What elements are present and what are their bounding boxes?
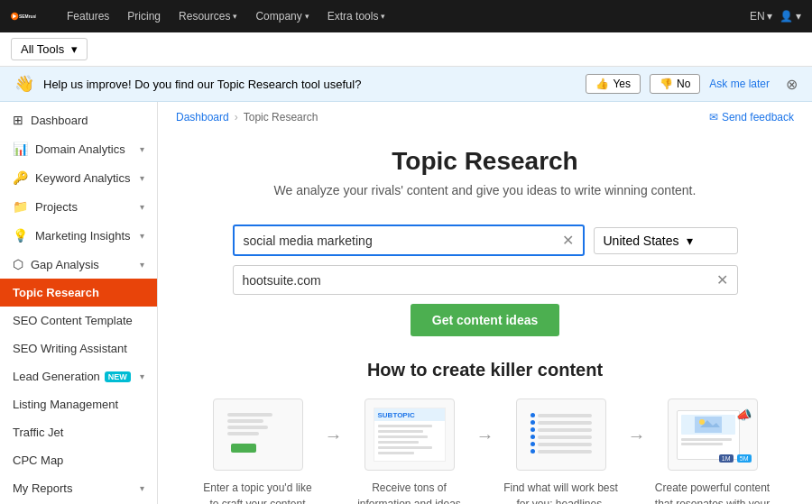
sidebar-item-seo-writing-assistant[interactable]: SEO Writing Assistant [0,334,157,362]
megaphone-icon: 📣 [736,408,752,422]
sidebar-item-my-reports[interactable]: My Reports ▾ [0,474,157,502]
content-area: Dashboard › Topic Research ✉ Send feedba… [158,102,812,504]
all-tools-dropdown[interactable]: All Tools ▾ [11,38,88,60]
keyword-analytics-icon: 🔑 [13,170,28,185]
how-to-section: How to create killer content [158,351,812,504]
ask-later-link[interactable]: Ask me later [709,78,770,90]
search-row: ✕ United States ▾ [233,225,738,256]
sidebar-item-listing-management[interactable]: Listing Management [0,390,157,418]
yes-button[interactable]: 👍 Yes [586,74,641,94]
domain-analytics-icon: 📊 [13,142,28,156]
sidebar-item-label: Projects [35,200,78,214]
chevron-down-icon: ▾ [140,231,144,241]
chevron-down-icon: ▾ [140,371,144,381]
dashboard-icon: ⊞ [13,113,23,127]
get-content-ideas-button[interactable]: Get content ideas [411,304,559,336]
send-feedback-link[interactable]: ✉ Send feedback [691,102,812,133]
new-badge: NEW [105,371,131,382]
main-layout: ⊞ Dashboard 📊 Domain Analytics ▾ 🔑 Keywo… [0,102,812,504]
sidebar-item-label: SEO Content Template [13,314,133,327]
domain-input[interactable] [243,273,716,288]
page-title: Topic Research [176,147,794,176]
close-notification-icon[interactable]: ⊗ [786,76,798,93]
sidebar-item-domain-analytics[interactable]: 📊 Domain Analytics ▾ [0,134,157,163]
sidebar-item-seo-content-template[interactable]: SEO Content Template [0,307,157,334]
step-3-image [516,399,606,471]
step-arrow-2: → [476,399,494,446]
sidebar-item-label: Dashboard [31,114,88,127]
chevron-down-icon: ▾ [140,202,144,212]
gap-analysis-icon: ⬡ [13,257,23,271]
chevron-down-icon: ▾ [140,260,144,270]
facebook-badge: 1M [719,454,734,463]
page-title-section: Topic Research We analyze your rivals' c… [158,133,812,225]
topic-search-wrap: ✕ [233,225,585,256]
topic-search-input[interactable] [244,234,562,248]
sidebar-item-dashboard[interactable]: ⊞ Dashboard [0,105,157,134]
marketing-insights-icon: 💡 [13,228,28,243]
notification-message: Help us improve! Do you find our Topic R… [43,78,577,91]
sidebar-item-gap-analysis[interactable]: ⬡ Gap Analysis ▾ [0,250,157,279]
country-selector[interactable]: United States ▾ [594,227,738,254]
nav-extra-tools[interactable]: Extra tools▾ [320,0,393,32]
step-2-image: SUBTOPIC [364,399,455,471]
how-section-title: How to create killer content [176,360,794,380]
feedback-label: Send feedback [722,111,794,124]
chevron-down-icon: ▾ [140,144,144,154]
step-1: Enter a topic you'd like to craft your c… [195,399,321,504]
sidebar-item-label: Traffic Jet [13,426,63,439]
step-arrow-1: → [325,399,343,446]
no-button[interactable]: 👎 No [650,74,700,94]
chevron-down-icon: ▾ [140,483,144,493]
sidebar-item-marketing-insights[interactable]: 💡 Marketing Insights ▾ [0,221,157,250]
sidebar-item-keyword-analytics[interactable]: 🔑 Keyword Analytics ▾ [0,163,157,192]
breadcrumb: Dashboard › Topic Research [158,102,336,133]
step-2: SUBTOPIC Receive tons of informati [346,399,473,504]
step-4-text: Create powerful content that resonates w… [654,480,771,504]
sidebar-item-label: Marketing Insights [35,229,131,243]
sidebar-item-projects[interactable]: 📁 Projects ▾ [0,192,157,221]
step-4-image: 📣 5M 1M [668,399,758,471]
chevron-down-icon: ▾ [140,173,144,183]
nav-company[interactable]: Company▾ [248,0,316,32]
breadcrumb-dashboard-link[interactable]: Dashboard [176,111,229,124]
sidebar-item-label: Keyword Analytics [35,171,131,185]
logo[interactable]: SEMrush [11,6,42,26]
step-1-image [213,399,303,471]
step-arrow-3: → [628,399,646,446]
wave-icon: 👋 [14,74,34,94]
nav-features[interactable]: Features [60,0,116,32]
step-2-text: Receive tons of information and ideas re… [351,480,468,504]
sidebar-item-label: Lead Generation [13,370,100,383]
feedback-icon: ✉ [709,111,718,124]
sidebar-item-lead-generation[interactable]: Lead Generation NEW ▾ [0,362,157,390]
user-menu[interactable]: 👤 ▾ [780,10,801,23]
chevron-down-icon: ▾ [687,234,693,248]
sidebar-item-label: Domain Analytics [35,142,125,156]
nav-links: Features Pricing Resources▾ Company▾ Ext… [60,0,750,32]
svg-text:SEMrush: SEMrush [19,14,36,19]
sidebar-item-traffic-jet[interactable]: Traffic Jet [0,418,157,446]
top-navigation: SEMrush Features Pricing Resources▾ Comp… [0,0,812,32]
nav-pricing[interactable]: Pricing [120,0,168,32]
step-1-text: Enter a topic you'd like to craft your c… [199,480,317,504]
clear-search-icon[interactable]: ✕ [562,232,574,249]
notification-bar: 👋 Help us improve! Do you find our Topic… [0,67,812,102]
twitter-badge: 5M [737,454,752,463]
breadcrumb-row: Dashboard › Topic Research ✉ Send feedba… [158,102,812,133]
sidebar-item-cpc-map[interactable]: CPC Map [0,446,157,474]
svg-point-5 [699,419,705,425]
search-section: ✕ United States ▾ ✕ Get content ideas [158,225,812,336]
sidebar-item-topic-research[interactable]: Topic Research [0,279,157,307]
sidebar-item-label: Listing Management [13,398,118,411]
sub-navigation: All Tools ▾ [0,32,812,67]
sidebar-item-label: My Reports [13,481,72,495]
sidebar-item-label: SEO Writing Assistant [13,342,127,355]
breadcrumb-separator: › [235,111,238,124]
projects-icon: 📁 [13,199,28,214]
language-selector[interactable]: EN ▾ [750,10,772,23]
step-3: Find what will work best for you: headli… [498,399,624,504]
nav-resources[interactable]: Resources▾ [171,0,245,32]
step-4: 📣 5M 1M Create powerful content that res… [650,399,776,504]
clear-domain-icon[interactable]: ✕ [716,271,728,289]
